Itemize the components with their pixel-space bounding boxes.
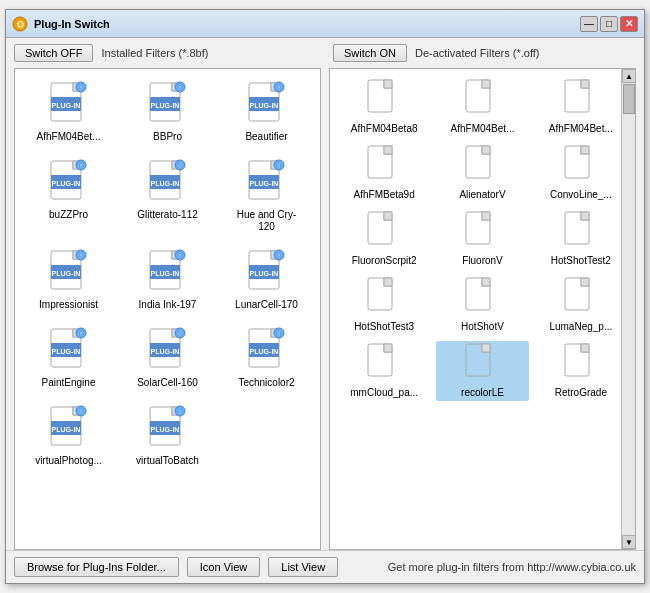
list-item[interactable]: AlienatorV — [436, 143, 528, 203]
list-item[interactable]: PLUG-IN ↑ virtualPhotog... — [23, 401, 114, 471]
list-item[interactable]: AfhFM04Beta8 — [338, 77, 430, 137]
list-item[interactable]: PLUG-IN ↑ Technicolor2 — [221, 323, 312, 393]
svg-rect-126 — [581, 212, 589, 220]
installed-label: Installed Filters (*.8bf) — [101, 47, 208, 59]
file-icon — [563, 343, 599, 385]
item-label: AlienatorV — [459, 189, 505, 201]
item-label: ConvoLine_... — [550, 189, 612, 201]
svg-text:PLUG-IN: PLUG-IN — [249, 270, 278, 277]
item-label: virtualToBatch — [136, 455, 199, 467]
svg-rect-138 — [384, 344, 392, 352]
list-item[interactable]: LumaNeg_p... — [535, 275, 627, 335]
svg-text:PLUG-IN: PLUG-IN — [51, 180, 80, 187]
toolbar: Switch OFF Installed Filters (*.8bf) Swi… — [6, 38, 644, 68]
file-icon — [366, 211, 402, 253]
list-item[interactable]: PLUG-IN ↑ buZZPro — [23, 155, 114, 237]
list-item[interactable]: FluoronScrpit2 — [338, 209, 430, 269]
list-item[interactable]: PLUG-IN ↑ SolarCell-160 — [122, 323, 213, 393]
plugin-icon: PLUG-IN ↑ — [243, 81, 291, 129]
list-item[interactable]: PLUG-IN ↑ virtualToBatch — [122, 401, 213, 471]
list-view-button[interactable]: List View — [268, 557, 338, 577]
item-label: AfhFM04Beta8 — [351, 123, 418, 135]
item-label: FluoronV — [462, 255, 503, 267]
item-label: Beautifier — [245, 131, 287, 143]
right-header: Switch ON De-activated Filters (*.off) — [325, 44, 636, 62]
file-icon — [563, 211, 599, 253]
item-label: AfhFM04Bet... — [549, 123, 613, 135]
svg-text:↑: ↑ — [178, 252, 182, 259]
svg-text:PLUG-IN: PLUG-IN — [150, 102, 179, 109]
scrollbar[interactable]: ▲ ▼ — [621, 69, 635, 549]
list-item[interactable]: AfhFM04Bet... — [535, 77, 627, 137]
list-item[interactable]: HotShotTest2 — [535, 209, 627, 269]
minimize-button[interactable]: — — [580, 16, 598, 32]
list-item[interactable]: PLUG-IN ↑ Glitterato-112 — [122, 155, 213, 237]
svg-rect-117 — [581, 146, 589, 154]
list-item[interactable]: PLUG-IN ↑ Hue and Cry-120 — [221, 155, 312, 237]
list-item[interactable]: PLUG-IN ↑ AfhFM04Bet... — [23, 77, 114, 147]
item-label: recolorLE — [461, 387, 504, 399]
svg-text:PLUG-IN: PLUG-IN — [150, 348, 179, 355]
list-item[interactable]: PLUG-IN ↑ BBPro — [122, 77, 213, 147]
list-item[interactable]: PLUG-IN ↑ Impressionist — [23, 245, 114, 315]
list-item[interactable]: recolorLE — [436, 341, 528, 401]
svg-text:PLUG-IN: PLUG-IN — [150, 270, 179, 277]
list-item[interactable]: HotShotV — [436, 275, 528, 335]
svg-rect-123 — [482, 212, 490, 220]
plugin-icon: PLUG-IN ↑ — [243, 327, 291, 375]
svg-text:PLUG-IN: PLUG-IN — [51, 348, 80, 355]
item-label: AfhFM04Bet... — [37, 131, 101, 143]
list-item[interactable]: PLUG-IN ↑ Beautifier — [221, 77, 312, 147]
item-label: India Ink-197 — [139, 299, 197, 311]
list-item[interactable]: mmCloud_pa... — [338, 341, 430, 401]
list-item[interactable]: HotShotTest3 — [338, 275, 430, 335]
deactivated-label: De-activated Filters (*.off) — [415, 47, 540, 59]
scroll-down-button[interactable]: ▼ — [622, 535, 636, 549]
list-item[interactable]: RetroGrade — [535, 341, 627, 401]
icon-view-button[interactable]: Icon View — [187, 557, 261, 577]
file-icon — [366, 145, 402, 187]
browse-folder-button[interactable]: Browse for Plug-Ins Folder... — [14, 557, 179, 577]
svg-text:↑: ↑ — [79, 162, 83, 169]
file-icon — [366, 277, 402, 319]
switch-on-button[interactable]: Switch ON — [333, 44, 407, 62]
list-item[interactable]: PLUG-IN ↑ India Ink-197 — [122, 245, 213, 315]
window-controls: — □ ✕ — [580, 16, 638, 32]
svg-rect-111 — [384, 146, 392, 154]
file-icon — [464, 277, 500, 319]
svg-rect-132 — [482, 278, 490, 286]
close-button[interactable]: ✕ — [620, 16, 638, 32]
installed-panel[interactable]: PLUG-IN ↑ AfhFM04Bet... PLUG-IN ↑ BBPro … — [14, 68, 321, 550]
file-icon — [563, 79, 599, 121]
list-item[interactable]: AfhFMBeta9d — [338, 143, 430, 203]
svg-text:⚙: ⚙ — [16, 19, 25, 30]
svg-rect-102 — [384, 80, 392, 88]
item-label: SolarCell-160 — [137, 377, 198, 389]
maximize-button[interactable]: □ — [600, 16, 618, 32]
plugin-icon: PLUG-IN ↑ — [144, 405, 192, 453]
list-item[interactable]: FluoronV — [436, 209, 528, 269]
file-icon — [563, 277, 599, 319]
file-icon — [464, 211, 500, 253]
svg-text:PLUG-IN: PLUG-IN — [51, 270, 80, 277]
svg-text:↑: ↑ — [277, 84, 281, 91]
list-item[interactable]: ConvoLine_... — [535, 143, 627, 203]
switch-off-button[interactable]: Switch OFF — [14, 44, 93, 62]
scroll-up-button[interactable]: ▲ — [622, 69, 636, 83]
plugin-icon: PLUG-IN ↑ — [243, 159, 291, 207]
svg-rect-114 — [482, 146, 490, 154]
svg-text:↑: ↑ — [79, 252, 83, 259]
svg-text:↑: ↑ — [79, 84, 83, 91]
scroll-thumb[interactable] — [623, 84, 635, 114]
svg-text:↑: ↑ — [178, 84, 182, 91]
item-label: buZZPro — [49, 209, 88, 221]
svg-text:↑: ↑ — [178, 162, 182, 169]
item-label: BBPro — [153, 131, 182, 143]
list-item[interactable]: PLUG-IN ↑ LunarCell-170 — [221, 245, 312, 315]
list-item[interactable]: PLUG-IN ↑ PaintEngine — [23, 323, 114, 393]
plugin-icon: PLUG-IN ↑ — [144, 159, 192, 207]
deactivated-panel[interactable]: AfhFM04Beta8 AfhFM04Bet... AfhFM04Bet...… — [329, 68, 636, 550]
svg-text:PLUG-IN: PLUG-IN — [150, 180, 179, 187]
list-item[interactable]: AfhFM04Bet... — [436, 77, 528, 137]
svg-text:↑: ↑ — [178, 408, 182, 415]
